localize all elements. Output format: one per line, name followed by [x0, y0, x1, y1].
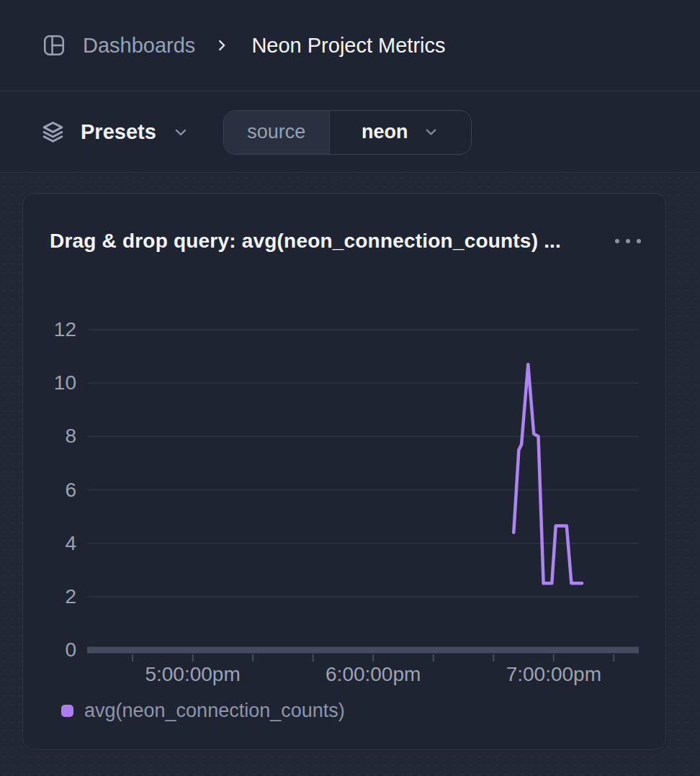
- chevron-right-icon: [214, 37, 230, 53]
- chart-plot-area[interactable]: [87, 325, 639, 665]
- dashboard-grid-icon: [42, 33, 66, 58]
- legend-swatch: [61, 705, 73, 717]
- source-filter-dropdown[interactable]: source neon: [223, 110, 472, 155]
- y-axis-tick-label: 10: [23, 371, 76, 395]
- x-axis-tick-label: 6:00:00pm: [326, 663, 421, 686]
- dashboard-app: Dashboards Neon Project Metrics Presets: [0, 0, 700, 776]
- top-header: Dashboards Neon Project Metrics: [0, 0, 700, 91]
- x-axis-tick-label: 5:00:00pm: [145, 663, 240, 686]
- filter-key-label: source: [224, 111, 330, 154]
- presets-button[interactable]: Presets: [41, 120, 189, 144]
- breadcrumb-current-page: Neon Project Metrics: [251, 34, 445, 58]
- chart-card: Drag & drop query: avg(neon_connection_c…: [22, 193, 666, 750]
- dashboard-canvas: Drag & drop query: avg(neon_connection_c…: [0, 173, 700, 776]
- presets-label: Presets: [81, 120, 156, 144]
- filter-value: neon: [330, 111, 471, 154]
- chevron-down-icon: [423, 124, 439, 140]
- y-axis-tick-label: 4: [23, 531, 76, 556]
- y-axis-tick-label: 8: [23, 424, 76, 448]
- line-chart: 024681012 5:00:00pm6:00:00pm7:00:00pm av…: [23, 194, 667, 751]
- y-axis-tick-label: 6: [23, 478, 76, 502]
- filter-value-label: neon: [362, 121, 408, 143]
- legend-item[interactable]: avg(neon_connection_counts): [61, 698, 345, 723]
- layers-icon: [41, 120, 65, 144]
- series-line: [513, 364, 582, 583]
- legend-label: avg(neon_connection_counts): [84, 700, 345, 722]
- y-axis-tick-label: 0: [23, 638, 76, 662]
- chevron-down-icon: [172, 124, 189, 141]
- breadcrumb-dashboards-link[interactable]: Dashboards: [83, 34, 195, 58]
- y-axis-tick-label: 2: [23, 585, 76, 609]
- x-axis-tick-label: 7:00:00pm: [506, 663, 601, 686]
- y-axis-tick-label: 12: [23, 317, 76, 342]
- toolbar: Presets source neon: [0, 92, 700, 173]
